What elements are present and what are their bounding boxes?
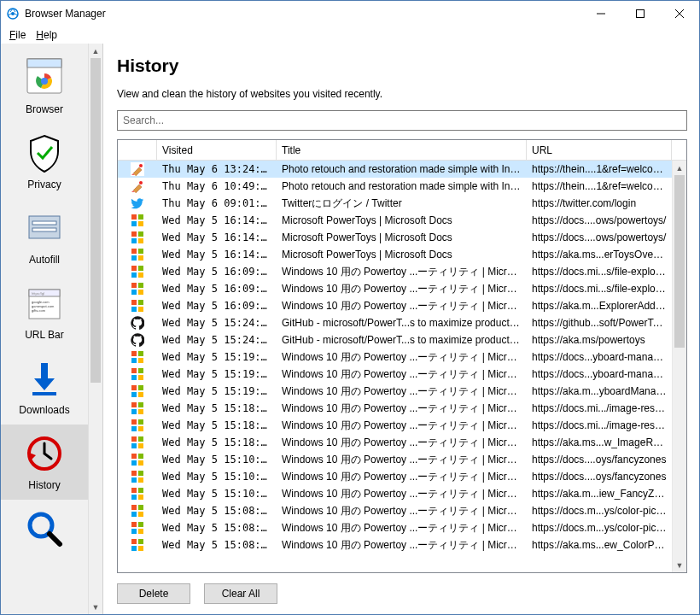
- column-header-icon[interactable]: [118, 140, 157, 160]
- close-button[interactable]: [660, 1, 699, 26]
- sidebar-item-urlbar[interactable]: https://glgoogle.comgamespot.comgifts.co…: [1, 274, 88, 349]
- cell-visited: Wed May 5 16:09:07 2021: [157, 300, 277, 312]
- column-header-title[interactable]: Title: [277, 140, 527, 160]
- svg-rect-68: [138, 409, 143, 414]
- table-row[interactable]: Wed May 5 15:18:16 2021Windows 10 用の Pow…: [118, 417, 672, 434]
- cell-url: https://aka.ms/powertoys: [527, 334, 672, 346]
- svg-rect-74: [138, 436, 143, 442]
- sidebar-item-history[interactable]: History: [1, 425, 88, 500]
- svg-rect-71: [131, 426, 137, 431]
- menu-help[interactable]: Help: [31, 27, 62, 43]
- table-header: Visited Title URL: [118, 140, 686, 161]
- sidebar-item-browser[interactable]: Browser: [1, 49, 88, 124]
- table-row[interactable]: Thu May 6 13:24:39 2021Photo retouch and…: [118, 161, 672, 178]
- sidebar-item-label: Browser: [26, 103, 63, 115]
- svg-rect-49: [131, 300, 137, 305]
- table-row[interactable]: Wed May 5 15:10:10 2021Windows 10 用の Pow…: [118, 451, 672, 468]
- sidebar-item-privacy[interactable]: Privacy: [1, 124, 88, 199]
- svg-rect-73: [131, 436, 137, 442]
- search-input[interactable]: [117, 110, 687, 131]
- ms-favicon: [118, 231, 157, 244]
- svg-rect-38: [138, 249, 143, 254]
- table-row[interactable]: Wed May 5 16:09:07 2021Windows 10 用の Pow…: [118, 297, 672, 314]
- cell-title: Photo retouch and restoration made simpl…: [277, 163, 527, 175]
- sidebar-item-search[interactable]: [1, 500, 88, 563]
- table-row[interactable]: Wed May 5 15:19:40 2021Windows 10 用の Pow…: [118, 348, 672, 366]
- table-row[interactable]: Wed May 5 15:08:28 2021Windows 10 用の Pow…: [118, 502, 672, 519]
- cell-title: Windows 10 用の Powertoy ...ーティリティ | Micro…: [277, 436, 527, 450]
- svg-rect-57: [131, 368, 137, 373]
- table-row[interactable]: Wed May 5 15:10:10 2021Windows 10 用の Pow…: [118, 485, 672, 502]
- svg-text:gifts.com: gifts.com: [32, 308, 46, 313]
- ms-favicon: [118, 265, 157, 278]
- svg-rect-29: [131, 214, 137, 220]
- clear-all-button[interactable]: Clear All: [204, 583, 277, 604]
- cell-visited: Wed May 5 15:08:28 2021: [157, 539, 277, 551]
- column-header-url[interactable]: URL: [527, 140, 672, 160]
- table-row[interactable]: Wed May 5 15:19:40 2021Windows 10 用の Pow…: [118, 366, 672, 383]
- table-row[interactable]: Wed May 5 15:18:16 2021Windows 10 用の Pow…: [118, 434, 672, 451]
- svg-rect-70: [138, 419, 143, 425]
- scroll-up-icon[interactable]: ▲: [673, 161, 686, 175]
- table-row[interactable]: Wed May 5 15:18:16 2021Windows 10 用の Pow…: [118, 400, 672, 417]
- svg-rect-50: [138, 300, 143, 305]
- scrollbar-thumb[interactable]: [90, 58, 101, 383]
- menubar: File Help: [1, 26, 699, 44]
- menu-file[interactable]: File: [4, 27, 31, 43]
- table-row[interactable]: Thu May 6 10:49:49 2021Photo retouch and…: [118, 178, 672, 195]
- table-scrollbar[interactable]: ▲ ▼: [672, 161, 686, 572]
- table-row[interactable]: Wed May 5 15:08:28 2021Windows 10 用の Pow…: [118, 536, 672, 554]
- maximize-button[interactable]: [621, 1, 660, 26]
- ms-favicon: [118, 214, 157, 227]
- github-favicon: [118, 333, 157, 347]
- svg-rect-87: [131, 495, 137, 500]
- table-row[interactable]: Wed May 5 15:24:29 2021GitHub - microsof…: [118, 331, 672, 348]
- svg-rect-88: [138, 495, 143, 500]
- scrollbar-thumb[interactable]: [674, 175, 685, 348]
- svg-rect-80: [138, 460, 143, 466]
- ms-favicon: [118, 248, 157, 261]
- cell-title: Twitterにログイン / Twitter: [277, 196, 527, 211]
- scroll-down-icon[interactable]: ▼: [673, 558, 686, 572]
- svg-rect-64: [138, 392, 143, 397]
- cell-title: Windows 10 用の Powertoy ...ーティリティ | Micro…: [277, 350, 527, 365]
- svg-rect-55: [131, 358, 137, 363]
- scroll-up-icon[interactable]: ▲: [89, 44, 102, 58]
- svg-rect-40: [138, 255, 143, 261]
- table-row[interactable]: Wed May 5 15:08:28 2021Windows 10 用の Pow…: [118, 519, 672, 536]
- cell-visited: Wed May 5 15:08:28 2021: [157, 505, 277, 517]
- cell-title: Windows 10 用の Powertoy ...ーティリティ | Micro…: [277, 538, 527, 553]
- column-header-visited[interactable]: Visited: [157, 140, 277, 160]
- cell-url: https://aka.m...ExplorerAddOns: [527, 300, 672, 312]
- minimize-button[interactable]: [581, 1, 621, 26]
- table-row[interactable]: Wed May 5 16:09:07 2021Windows 10 用の Pow…: [118, 263, 672, 280]
- table-row[interactable]: Wed May 5 16:14:28 2021Microsoft PowerTo…: [118, 229, 672, 246]
- ms-favicon: [118, 504, 157, 518]
- cell-visited: Wed May 5 16:14:28 2021: [157, 214, 277, 226]
- cell-title: Windows 10 用の Powertoy ...ーティリティ | Micro…: [277, 282, 527, 296]
- cell-visited: Wed May 5 15:19:40 2021: [157, 385, 277, 397]
- sidebar-scrollbar[interactable]: ▲ ▼: [88, 44, 102, 614]
- table-row[interactable]: Wed May 5 15:19:40 2021Windows 10 用の Pow…: [118, 383, 672, 400]
- scroll-down-icon[interactable]: ▼: [89, 600, 102, 614]
- table-row[interactable]: Thu May 6 09:01:50 2021Twitterにログイン / Tw…: [118, 195, 672, 212]
- table-row[interactable]: Wed May 5 16:14:28 2021Microsoft PowerTo…: [118, 212, 672, 229]
- svg-rect-59: [131, 375, 137, 380]
- svg-rect-8: [27, 59, 61, 67]
- svg-rect-62: [138, 385, 143, 390]
- delete-button[interactable]: Delete: [117, 583, 190, 604]
- cell-visited: Wed May 5 16:14:28 2021: [157, 249, 277, 261]
- cell-url: https://docs.m...ys/color-picker: [527, 522, 672, 534]
- svg-rect-39: [131, 255, 137, 261]
- table-row[interactable]: Wed May 5 16:14:28 2021Microsoft PowerTo…: [118, 246, 672, 263]
- ms-favicon: [118, 487, 157, 501]
- sidebar-item-autofill[interactable]: Autofill: [1, 199, 88, 274]
- svg-rect-54: [138, 351, 143, 356]
- cell-visited: Wed May 5 15:24:29 2021: [157, 317, 277, 329]
- table-row[interactable]: Wed May 5 16:09:07 2021Windows 10 用の Pow…: [118, 280, 672, 297]
- cell-title: Windows 10 用の Powertoy ...ーティリティ | Micro…: [277, 470, 527, 484]
- table-row[interactable]: Wed May 5 15:10:10 2021Windows 10 用の Pow…: [118, 468, 672, 485]
- sidebar-item-downloads[interactable]: Downloads: [1, 349, 88, 425]
- cell-visited: Wed May 5 15:08:28 2021: [157, 522, 277, 534]
- table-row[interactable]: Wed May 5 15:24:29 2021GitHub - microsof…: [118, 314, 672, 331]
